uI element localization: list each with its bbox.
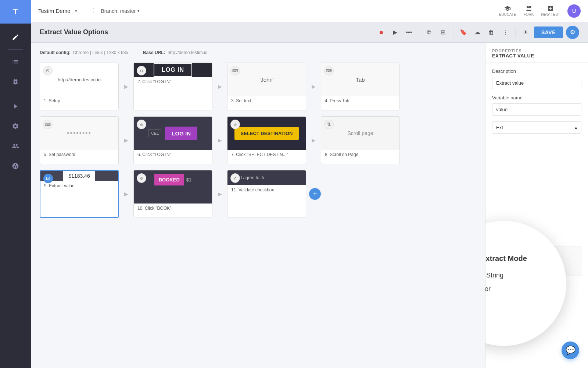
step-1-label: 1. Setup — [40, 96, 118, 106]
step-card-3[interactable]: ⌨ 'John' 3. Set text — [227, 63, 306, 110]
sidebar-item-settings[interactable] — [0, 116, 31, 136]
options-button[interactable]: ⋮ — [500, 27, 511, 38]
step-8-text: Scroll page — [340, 123, 380, 144]
branch-selector[interactable]: Branch: master ▾ — [101, 8, 140, 14]
educate-action[interactable]: EDUCATE — [499, 5, 516, 17]
step-card-2[interactable]: ⊙ LOG IN 2. Click "LOG IN" — [133, 63, 212, 110]
record-button[interactable]: ⏺ — [376, 27, 387, 38]
config-label: Default config: Chrome | Linux | 1280 x … — [40, 50, 128, 55]
header-divider-3 — [515, 28, 516, 37]
arrow-2-3: ▶ — [212, 81, 227, 92]
arrow-5-6: ▶ — [119, 135, 133, 146]
radio-number-label: Number — [485, 285, 491, 293]
properties-panel: PROPERTIES EXTRACT VALUE Description Var… — [485, 43, 588, 368]
save-button[interactable]: SAVE — [534, 26, 563, 38]
step-9-label: 9. Extract value — [40, 181, 118, 191]
more-options-icon[interactable]: ⋮ — [91, 7, 97, 14]
panel-header-subtitle: EXTRACT VALUE — [492, 53, 581, 59]
step-3-icon: ⌨ — [230, 66, 240, 75]
step-card-6[interactable]: ⊙ CEL LOG IN 6. Click "LOG IN" — [133, 116, 212, 164]
sidebar-divider-1 — [8, 49, 23, 50]
step-11-label: 11. Validate checkbox — [227, 185, 306, 195]
trash-button[interactable]: 🗑 — [486, 27, 497, 38]
more-button[interactable]: ••• — [404, 27, 415, 38]
step-7-label: 7. Click "SELECT DESTIN..." — [227, 150, 306, 160]
header-actions: ⏺ ▶ ••• ⧉ ⊞ 🔖 ☁ 🗑 ⋮ ☀ SAVE ⚙ — [376, 26, 579, 39]
sidebar: T — [0, 0, 31, 368]
step-3-text: 'John' — [259, 77, 273, 83]
sun-button[interactable]: ☀ — [520, 27, 531, 38]
sidebar-item-team[interactable] — [0, 136, 31, 156]
step-card-9[interactable]: {x} $1183.46 9. Extract value — [40, 170, 119, 218]
steps-row-3: {x} $1183.46 9. Extract value ▶ ⊙ BOOKED… — [40, 170, 476, 218]
description-input[interactable] — [492, 77, 581, 89]
fork-action[interactable]: FORK — [524, 5, 534, 17]
extract-mode-dropdown[interactable]: Ext — [492, 121, 581, 134]
extract-mode-dropdown-container: Ext — [492, 121, 581, 134]
settings-gear-button[interactable]: ⚙ — [566, 26, 579, 39]
step-card-7[interactable]: ⊙ SELECT DESTINATION 7. Click "SELECT DE… — [227, 116, 306, 164]
educate-label: EDUCATE — [499, 13, 516, 17]
sidebar-item-mask[interactable] — [0, 156, 31, 176]
copy-button[interactable]: ⧉ — [424, 27, 435, 38]
sidebar-item-list[interactable] — [0, 52, 31, 72]
project-name[interactable]: Testim Demo — [38, 8, 71, 14]
step-card-11[interactable]: ✓ I agree to th 11. Validate checkbox — [227, 170, 306, 218]
arrow-7-8: ▶ — [306, 135, 321, 146]
radio-date[interactable]: Date — [485, 299, 552, 307]
step-card-4[interactable]: ⌨ Tab 4. Press Tab — [321, 63, 400, 110]
sidebar-item-play[interactable] — [0, 96, 31, 116]
steps-row-1: ⊙ http://demo.testim.io 1. Setup ▶ ⊙ LOG… — [40, 63, 476, 110]
navbar: Testim Demo ▾ ⋮ Branch: master ▾ EDUCATE… — [31, 0, 588, 22]
config-bar: Default config: Chrome | Linux | 1280 x … — [40, 50, 476, 55]
radio-number[interactable]: Number — [485, 285, 552, 293]
step-10-label: 10. Click "BOOK" — [134, 204, 212, 214]
test-canvas: Default config: Chrome | Linux | 1280 x … — [31, 43, 485, 368]
new-test-label: NEW TEST — [541, 13, 560, 17]
content-split: Default config: Chrome | Linux | 1280 x … — [31, 43, 588, 368]
play-button[interactable]: ▶ — [390, 27, 401, 38]
step-4-text: Tab — [356, 77, 365, 83]
step-5-password: •••••••• — [67, 130, 91, 137]
row-spacer — [40, 110, 476, 116]
step-card-10[interactable]: ⊙ BOOKED $1 10. Click "BOOK" — [133, 170, 212, 218]
step-5-icon: ⌨ — [43, 120, 53, 129]
variable-name-label: Variable name — [492, 95, 581, 100]
step-5-label: 5. Set password — [40, 150, 118, 160]
branch-chevron-icon: ▾ — [137, 8, 140, 13]
user-avatar[interactable]: U — [567, 4, 581, 18]
step-2-icon: ⊙ — [137, 66, 146, 75]
new-test-action[interactable]: NEW TEST — [541, 5, 560, 17]
variable-name-input[interactable] — [492, 103, 581, 116]
arrow-1-2: ▶ — [119, 81, 133, 92]
step-10-price: $1 — [186, 174, 191, 183]
step-8-label: 8. Scroll on Page — [321, 150, 399, 160]
navbar-separator — [84, 7, 84, 15]
bookmark-button[interactable]: 🔖 — [458, 27, 469, 38]
add-step-button[interactable]: + — [309, 188, 321, 200]
step-7-select: SELECT DESTINATION — [234, 127, 298, 140]
sidebar-item-bug[interactable] — [0, 72, 31, 92]
step-10-icon: ⊙ — [137, 173, 146, 183]
page-title: Extract Value Options — [40, 28, 108, 36]
cloud-button[interactable]: ☁ — [472, 27, 483, 38]
radio-entire-string[interactable]: Entire String — [485, 272, 552, 279]
step-card-1[interactable]: ⊙ http://demo.testim.io 1. Setup — [40, 63, 119, 110]
step-6-label: 6. Click "LOG IN" — [134, 150, 212, 160]
sidebar-item-edit[interactable] — [0, 27, 31, 47]
grid-button[interactable]: ⊞ — [438, 27, 449, 38]
step-card-8[interactable]: ⇅ Scroll page 8. Scroll on Page — [321, 116, 400, 164]
step-7-icon: ⊙ — [230, 120, 240, 129]
header-divider-2 — [453, 28, 453, 37]
page-header: Extract Value Options ⏺ ▶ ••• ⧉ ⊞ 🔖 ☁ 🗑 … — [31, 22, 588, 43]
chat-button[interactable]: 💬 — [562, 342, 579, 359]
app-logo[interactable]: T — [0, 0, 31, 24]
step-9-icon: {x} — [43, 174, 53, 183]
panel-body: Description Variable name Ext Extract Mo… — [485, 63, 588, 368]
step-6-login: LOG IN — [165, 127, 197, 140]
step-card-5[interactable]: ⌨ •••••••• 5. Set password — [40, 116, 119, 164]
arrow-10-11: ▶ — [212, 188, 227, 199]
step-11-text: I agree to th — [241, 175, 264, 180]
step-4-icon: ⌨ — [324, 66, 334, 75]
fork-label: FORK — [524, 13, 534, 17]
